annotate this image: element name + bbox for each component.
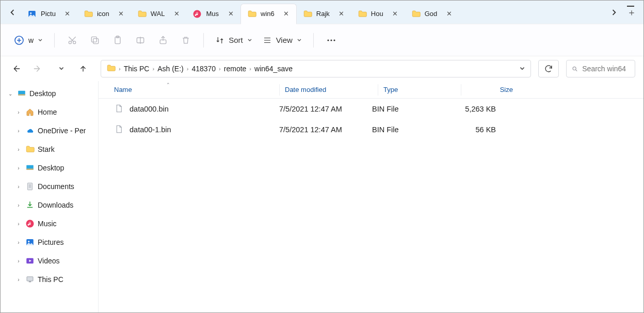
chevron-right-icon[interactable]: › bbox=[15, 147, 22, 152]
file-list[interactable]: data000.bin7/5/2021 12:47 AMBIN File5,26… bbox=[99, 99, 643, 313]
copy-button[interactable] bbox=[85, 30, 105, 51]
tab-pictu[interactable]: Pictu✕ bbox=[21, 4, 77, 24]
tree-item-downloads[interactable]: ›Downloads bbox=[1, 196, 98, 214]
tree-item-stark[interactable]: ›Stark bbox=[1, 140, 98, 159]
tab-icon[interactable]: icon✕ bbox=[77, 4, 131, 24]
file-name: data00-1.bin bbox=[130, 126, 279, 134]
chevron-right-icon[interactable]: › bbox=[15, 165, 22, 171]
tree-item-music[interactable]: ›Music bbox=[1, 214, 98, 233]
file-date: 7/5/2021 12:47 AM bbox=[279, 126, 372, 134]
tab-scroll-right-button[interactable] bbox=[605, 4, 623, 21]
nav-recent-button[interactable] bbox=[54, 61, 69, 76]
tab-label: Mus bbox=[206, 10, 219, 18]
column-separator[interactable] bbox=[461, 84, 461, 96]
tree-item-label: Music bbox=[38, 220, 57, 228]
chevron-down-icon[interactable]: ⌄ bbox=[7, 91, 14, 97]
tab-rajk[interactable]: Rajk✕ bbox=[297, 4, 351, 24]
column-size[interactable]: Size bbox=[466, 86, 513, 93]
nav-back-button[interactable] bbox=[9, 61, 23, 76]
nav-tree[interactable]: ⌄ Desktop ›Home›OneDrive - Per›Stark›Des… bbox=[1, 81, 99, 313]
svg-rect-19 bbox=[26, 169, 34, 170]
tree-item-videos[interactable]: ›Videos bbox=[1, 252, 98, 270]
music-icon bbox=[25, 219, 35, 228]
paste-button[interactable] bbox=[107, 30, 128, 51]
tab-close-button[interactable]: ✕ bbox=[172, 9, 181, 19]
tree-root-desktop[interactable]: ⌄ Desktop bbox=[1, 84, 98, 103]
file-row[interactable]: data000.bin7/5/2021 12:47 AMBIN File5,26… bbox=[99, 99, 643, 119]
column-name[interactable]: Name⌃ bbox=[114, 86, 279, 93]
folder-icon bbox=[25, 145, 35, 154]
column-type[interactable]: Type bbox=[383, 86, 461, 93]
breadcrumb-bar[interactable]: › This PC›Ash (E:)›418370›remote›win64_s… bbox=[101, 60, 531, 77]
tree-item-this-pc[interactable]: ›This PC bbox=[1, 270, 98, 289]
toolbar-divider bbox=[203, 33, 204, 48]
tab-close-button[interactable]: ✕ bbox=[117, 9, 126, 19]
tab-strip: Pictu✕icon✕WAL✕Mus✕win6✕Rajk✕Hou✕God✕ ＋ bbox=[1, 1, 643, 24]
file-row[interactable]: data00-1.bin7/5/2021 12:47 AMBIN File56 … bbox=[99, 119, 643, 140]
tree-item-label: Home bbox=[38, 108, 57, 116]
chevron-down-icon[interactable] bbox=[519, 66, 525, 72]
tab-close-button[interactable]: ✕ bbox=[282, 9, 291, 19]
tree-item-onedrive-per[interactable]: ›OneDrive - Per bbox=[1, 121, 98, 140]
tree-item-desktop[interactable]: ›Desktop bbox=[1, 159, 98, 177]
breadcrumb-segment[interactable]: 418370 bbox=[191, 65, 216, 73]
tab-win6[interactable]: win6✕ bbox=[240, 4, 297, 24]
chevron-right-icon[interactable]: › bbox=[15, 202, 22, 208]
folder-icon bbox=[358, 9, 367, 19]
tab-close-button[interactable]: ✕ bbox=[391, 9, 400, 19]
tab-close-button[interactable]: ✕ bbox=[63, 9, 72, 19]
share-button[interactable] bbox=[153, 30, 173, 51]
nav-up-button[interactable] bbox=[76, 61, 90, 76]
column-date[interactable]: Date modified bbox=[285, 86, 378, 93]
svg-rect-25 bbox=[27, 277, 33, 281]
chevron-right-icon[interactable]: › bbox=[15, 184, 22, 190]
cut-button[interactable] bbox=[62, 30, 83, 51]
chevron-right-icon[interactable]: › bbox=[15, 277, 22, 283]
tree-item-home[interactable]: ›Home bbox=[1, 103, 98, 121]
sort-button[interactable]: Sort bbox=[211, 30, 256, 51]
file-date: 7/5/2021 12:47 AM bbox=[279, 105, 372, 113]
tab-mus[interactable]: Mus✕ bbox=[186, 4, 240, 24]
chevron-right-icon[interactable]: › bbox=[15, 221, 22, 227]
chevron-right-icon[interactable]: › bbox=[15, 109, 22, 115]
tab-close-button[interactable]: ✕ bbox=[444, 9, 454, 19]
more-button[interactable] bbox=[321, 30, 342, 51]
breadcrumb-segment[interactable]: Ash (E:) bbox=[157, 65, 184, 73]
chevron-right-icon: › bbox=[219, 66, 221, 72]
svg-point-23 bbox=[28, 241, 29, 242]
chevron-down-icon bbox=[38, 38, 43, 43]
search-box[interactable] bbox=[566, 60, 635, 77]
documents-icon bbox=[25, 182, 35, 191]
nav-forward-button[interactable] bbox=[30, 61, 45, 76]
tab-close-button[interactable]: ✕ bbox=[337, 9, 346, 19]
chevron-right-icon[interactable]: › bbox=[15, 258, 22, 264]
tab-label: win6 bbox=[261, 10, 275, 18]
chevron-right-icon[interactable]: › bbox=[15, 240, 22, 245]
chevron-right-icon: › bbox=[152, 66, 154, 72]
search-input[interactable] bbox=[582, 65, 630, 73]
breadcrumb-segment[interactable]: This PC bbox=[124, 65, 150, 73]
breadcrumb-segment[interactable]: remote bbox=[224, 65, 247, 73]
view-button[interactable]: View bbox=[259, 30, 306, 51]
file-icon bbox=[114, 124, 124, 136]
delete-button[interactable] bbox=[175, 30, 196, 51]
tree-item-pictures[interactable]: ›Pictures bbox=[1, 233, 98, 252]
tree-item-documents[interactable]: ›Documents bbox=[1, 177, 98, 196]
column-separator[interactable] bbox=[378, 84, 378, 96]
tree-item-label: Stark bbox=[38, 145, 55, 153]
tab-close-button[interactable]: ✕ bbox=[226, 9, 235, 19]
tab-god[interactable]: God✕ bbox=[405, 4, 459, 24]
chevron-right-icon[interactable]: › bbox=[15, 128, 22, 134]
window-minimize-button[interactable] bbox=[627, 6, 634, 7]
breadcrumb-segment[interactable]: win64_save bbox=[254, 65, 293, 73]
chevron-down-icon bbox=[297, 38, 302, 43]
tab-scroll-left-button[interactable] bbox=[4, 4, 21, 21]
tab-hou[interactable]: Hou✕ bbox=[351, 4, 405, 24]
new-button[interactable]: w bbox=[10, 30, 47, 51]
toolbar-divider bbox=[54, 33, 55, 48]
tab-wal[interactable]: WAL✕ bbox=[131, 4, 187, 24]
refresh-button[interactable] bbox=[538, 60, 559, 77]
chevron-down-icon bbox=[247, 38, 252, 43]
rename-button[interactable] bbox=[130, 30, 151, 51]
column-separator[interactable] bbox=[279, 84, 280, 96]
